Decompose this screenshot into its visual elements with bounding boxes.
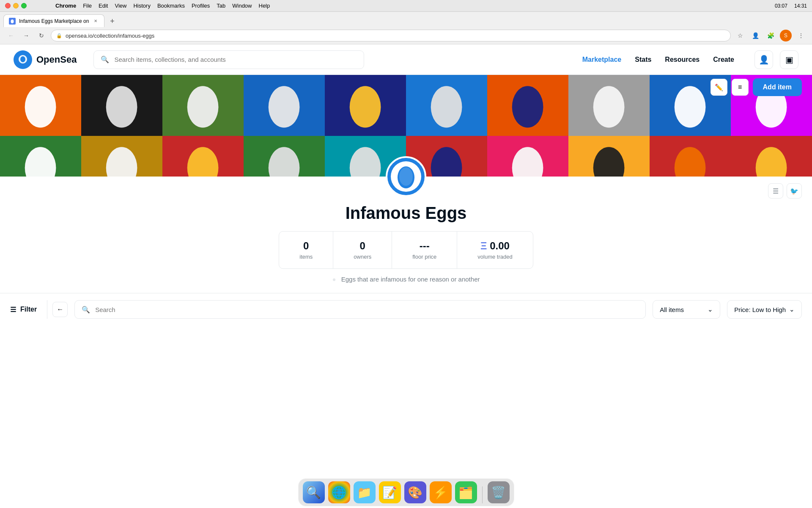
extension-icon[interactable]: 🧩 bbox=[765, 30, 776, 41]
svg-point-18 bbox=[512, 147, 543, 177]
svg-point-16 bbox=[350, 147, 381, 177]
top-actions-bar: ✏️ ≡ Add item bbox=[710, 75, 802, 96]
dock-app5[interactable]: ⚡ bbox=[430, 481, 452, 503]
wallet-icon[interactable]: ▣ bbox=[780, 50, 798, 69]
menu-chrome[interactable]: Chrome bbox=[55, 3, 76, 9]
more-options-icon[interactable]: ⋮ bbox=[795, 30, 807, 41]
opensea-header: OpenSea 🔍 Marketplace Stats Resources Cr… bbox=[0, 44, 812, 75]
tab-bar: Infamous Eggs Marketplace on ✕ + bbox=[0, 12, 812, 27]
egg-shape bbox=[666, 81, 714, 130]
active-tab[interactable]: Infamous Eggs Marketplace on ✕ bbox=[3, 14, 104, 27]
egg-shape bbox=[503, 81, 552, 130]
price-sort-dropdown[interactable]: Price: Low to High ⌄ bbox=[727, 300, 802, 319]
floor-price-label: floor price bbox=[412, 254, 436, 260]
opensea-logo-icon bbox=[14, 50, 32, 69]
nav-resources[interactable]: Resources bbox=[665, 56, 700, 64]
edit-button[interactable]: ✏️ bbox=[710, 79, 727, 96]
nav-create[interactable]: Create bbox=[713, 56, 734, 64]
svg-point-12 bbox=[25, 147, 56, 177]
all-items-dropdown[interactable]: All items ⌄ bbox=[653, 300, 720, 319]
svg-point-17 bbox=[431, 147, 462, 177]
menu-file[interactable]: File bbox=[83, 3, 92, 9]
collection-avatar bbox=[386, 156, 426, 197]
menu-history[interactable]: History bbox=[133, 3, 150, 9]
header-nav: Marketplace Stats Resources Create bbox=[582, 56, 734, 64]
avatar-icon[interactable]: 👤 bbox=[749, 30, 761, 41]
twitter-button[interactable]: 🐦 bbox=[787, 183, 802, 199]
search-input[interactable] bbox=[114, 56, 357, 63]
url-bar[interactable]: 🔒 opensea.io/collection/infamous-eggs bbox=[51, 30, 731, 41]
all-items-label: All items bbox=[660, 306, 684, 313]
collection-description: ● Eggs that are infamous for one reason … bbox=[332, 276, 480, 283]
price-sort-label: Price: Low to High bbox=[734, 306, 786, 313]
menu-bar: Chrome File Edit View History Bookmarks … bbox=[55, 3, 270, 9]
back-button[interactable]: ← bbox=[5, 30, 17, 41]
minimize-button[interactable] bbox=[13, 3, 19, 8]
menu-tab[interactable]: Tab bbox=[217, 3, 225, 9]
bookmark-icon[interactable]: ☆ bbox=[734, 30, 746, 41]
menu-bookmarks[interactable]: Bookmarks bbox=[157, 3, 185, 9]
svg-point-2 bbox=[25, 86, 56, 128]
eth-icon: Ξ bbox=[480, 240, 487, 251]
header-actions: 👤 ▣ bbox=[754, 50, 798, 69]
owners-value: 0 bbox=[360, 240, 365, 252]
stat-items: 0 items bbox=[279, 232, 333, 268]
dock-finder[interactable]: 🔍 bbox=[303, 481, 325, 503]
egg-shape bbox=[584, 142, 633, 177]
egg-cell bbox=[244, 75, 325, 136]
title-bar-status: 03:07 14:31 bbox=[775, 3, 807, 9]
svg-point-4 bbox=[187, 86, 219, 128]
description-dot: ● bbox=[332, 276, 336, 283]
egg-cell bbox=[325, 75, 406, 136]
nav-marketplace[interactable]: Marketplace bbox=[582, 56, 622, 64]
user-account-icon[interactable]: 👤 bbox=[754, 50, 773, 69]
address-bar-actions: ☆ 👤 🧩 S ⋮ bbox=[734, 30, 807, 41]
list-view-button[interactable]: ≡ bbox=[732, 79, 749, 96]
tab-close-button[interactable]: ✕ bbox=[92, 18, 99, 25]
traffic-lights bbox=[5, 3, 27, 8]
svg-point-8 bbox=[512, 86, 543, 128]
filter-back-button[interactable]: ← bbox=[52, 302, 68, 317]
egg-shape bbox=[97, 81, 146, 130]
new-tab-button[interactable]: + bbox=[106, 15, 118, 27]
dock-chrome[interactable]: 🌐 bbox=[328, 481, 350, 503]
url-text: opensea.io/collection/infamous-eggs bbox=[66, 33, 725, 39]
menu-help[interactable]: Help bbox=[259, 3, 270, 9]
profile-badge[interactable]: S bbox=[780, 30, 792, 41]
egg-shape bbox=[16, 81, 65, 130]
dock-notes[interactable]: 📝 bbox=[379, 481, 401, 503]
battery-time: 03:07 bbox=[775, 3, 787, 9]
filter-search-input[interactable] bbox=[95, 306, 639, 313]
opensea-logo[interactable]: OpenSea bbox=[14, 50, 77, 69]
svg-point-15 bbox=[269, 147, 300, 177]
dock-trash[interactable]: 🗑️ bbox=[488, 481, 510, 503]
nav-stats[interactable]: Stats bbox=[635, 56, 651, 64]
add-item-button[interactable]: Add item bbox=[753, 78, 802, 96]
dock-files[interactable]: 📁 bbox=[354, 481, 376, 503]
forward-button[interactable]: → bbox=[20, 30, 32, 41]
egg-cell bbox=[406, 75, 487, 136]
filter-search-box[interactable]: 🔍 bbox=[74, 300, 646, 319]
menu-window[interactable]: Window bbox=[232, 3, 252, 9]
menu-social-button[interactable]: ☰ bbox=[768, 183, 783, 199]
browser-chrome: Infamous Eggs Marketplace on ✕ + ← → ↻ 🔒… bbox=[0, 12, 812, 44]
close-button[interactable] bbox=[5, 3, 11, 8]
reload-button[interactable]: ↻ bbox=[36, 30, 47, 41]
search-icon: 🔍 bbox=[101, 55, 109, 64]
svg-point-13 bbox=[106, 147, 137, 177]
menu-profiles[interactable]: Profiles bbox=[192, 3, 210, 9]
menu-view[interactable]: View bbox=[115, 3, 126, 9]
collection-title: Infamous Eggs bbox=[346, 204, 467, 223]
egg-cell bbox=[487, 136, 568, 177]
filter-toggle[interactable]: ☰ Filter bbox=[0, 300, 47, 319]
clock: 14:31 bbox=[794, 3, 807, 9]
items-label: items bbox=[299, 254, 313, 260]
search-box[interactable]: 🔍 bbox=[93, 50, 364, 69]
maximize-button[interactable] bbox=[21, 3, 27, 8]
filter-icon: ☰ bbox=[10, 306, 16, 314]
egg-cell bbox=[162, 75, 244, 136]
menu-edit[interactable]: Edit bbox=[99, 3, 108, 9]
dock-app4[interactable]: 🎨 bbox=[404, 481, 426, 503]
dock-app6[interactable]: 🗂️ bbox=[455, 481, 477, 503]
volume-label: volume traded bbox=[477, 254, 512, 260]
